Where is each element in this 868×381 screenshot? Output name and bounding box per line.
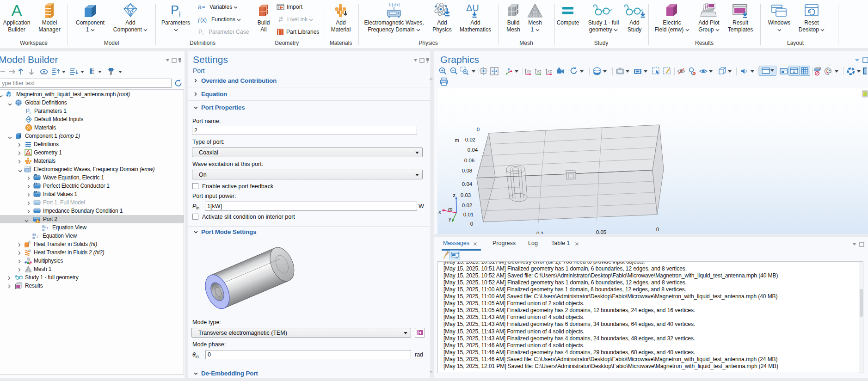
- svg-text:D: D: [35, 191, 37, 194]
- svg-text:au: au: [32, 233, 36, 236]
- svg-text:=: =: [202, 4, 205, 10]
- svg-text:0.02: 0.02: [465, 137, 475, 142]
- svg-text:D: D: [35, 174, 37, 177]
- svg-text:at: at: [32, 236, 35, 240]
- svg-text:at: at: [42, 228, 44, 231]
- svg-text:m: m: [455, 137, 459, 143]
- svg-text:P: P: [198, 28, 203, 35]
- svg-text:i: i: [179, 10, 181, 18]
- svg-text:0.08: 0.08: [462, 168, 472, 173]
- svg-text:z: z: [453, 192, 456, 198]
- svg-text::f: :f: [37, 235, 38, 238]
- svg-text:i: i: [30, 111, 31, 115]
- svg-text:D: D: [35, 183, 37, 185]
- svg-text:0.02: 0.02: [462, 203, 472, 208]
- svg-text:au: au: [42, 224, 45, 227]
- svg-text:0.01: 0.01: [463, 212, 474, 217]
- svg-text:0: 0: [656, 227, 659, 232]
- svg-text:P: P: [26, 108, 30, 114]
- svg-text:y: y: [449, 216, 451, 221]
- svg-text:0.04: 0.04: [462, 181, 473, 187]
- svg-text::f: :f: [46, 227, 48, 230]
- svg-text:0: 0: [477, 127, 480, 132]
- svg-text:x: x: [438, 209, 441, 215]
- svg-text:0.04: 0.04: [468, 147, 478, 153]
- svg-text:0.05: 0.05: [596, 229, 606, 234]
- svg-text:A: A: [12, 3, 22, 18]
- svg-text:0.06: 0.06: [464, 158, 474, 163]
- svg-text:0.1: 0.1: [536, 231, 544, 234]
- svg-text:a: a: [198, 3, 202, 11]
- svg-text:P: P: [171, 3, 179, 17]
- svg-text:(x): (x): [200, 17, 207, 23]
- svg-text:0: 0: [470, 221, 473, 227]
- svg-text:ΔU: ΔU: [466, 3, 479, 13]
- svg-text:0.03: 0.03: [461, 192, 471, 198]
- svg-text:i: i: [203, 31, 203, 36]
- svg-text:m: m: [448, 206, 453, 212]
